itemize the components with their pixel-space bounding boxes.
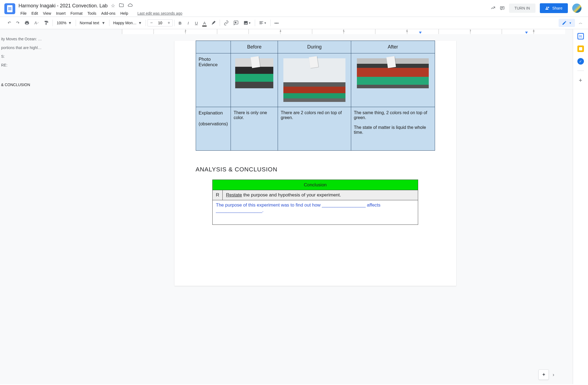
data-evidence-table[interactable]: Before During After Photo Evidence Expla… xyxy=(196,41,435,151)
font-size-input[interactable] xyxy=(155,20,165,26)
style-select[interactable]: Normal text ▼ xyxy=(78,20,108,26)
outline-item[interactable]: S: xyxy=(0,52,54,61)
redo-icon[interactable]: ↷ xyxy=(14,19,22,27)
text-color-icon[interactable]: A xyxy=(201,19,208,27)
row-photo-label: Photo Evidence xyxy=(196,53,231,107)
share-label: Share xyxy=(552,6,562,10)
paint-format-icon[interactable] xyxy=(42,19,51,27)
bold-icon[interactable]: B xyxy=(176,19,184,27)
horizontal-ruler[interactable]: 2 4 5 6 7 8 xyxy=(122,29,565,34)
menu-view[interactable]: View xyxy=(41,10,53,17)
activity-icon[interactable] xyxy=(491,5,495,11)
menu-edit[interactable]: Edit xyxy=(30,10,40,17)
col-during: During xyxy=(278,41,351,53)
photo-during[interactable] xyxy=(283,58,345,102)
menu-addons[interactable]: Add-ons xyxy=(99,10,117,17)
outline-item[interactable]: portions that are highl… xyxy=(0,43,54,52)
menu-help[interactable]: Help xyxy=(118,10,130,17)
side-panel: + xyxy=(573,29,588,384)
indent-right-marker[interactable] xyxy=(525,32,528,34)
outline-item[interactable]: & CONCLUSION xyxy=(0,80,54,89)
underline-icon[interactable]: U xyxy=(192,19,200,27)
section-heading[interactable]: ANALYSIS & CONCLUSION xyxy=(196,166,435,173)
explore-button[interactable]: ✦ xyxy=(538,369,549,380)
indent-left-marker[interactable] xyxy=(419,32,422,34)
link-icon[interactable] xyxy=(222,19,231,27)
col-before: Before xyxy=(231,41,278,53)
show-sidepanel-icon[interactable]: › xyxy=(553,372,554,378)
cloud-icon[interactable] xyxy=(128,3,133,9)
highlight-icon[interactable] xyxy=(209,19,218,27)
document-outline: ity Moves the Ocean: … portions that are… xyxy=(0,29,58,384)
calendar-icon[interactable] xyxy=(577,33,584,40)
align-icon[interactable]: ▼ xyxy=(257,19,269,27)
photo-after[interactable] xyxy=(357,58,429,88)
conclusion-r-cell: R xyxy=(213,190,223,200)
font-size-decrease[interactable]: − xyxy=(148,20,155,25)
add-addon-icon[interactable]: + xyxy=(579,77,582,84)
outline-item[interactable]: ity Moves the Ocean: … xyxy=(0,35,54,43)
col-after: After xyxy=(351,41,435,53)
document-page[interactable]: Before During After Photo Evidence Expla… xyxy=(174,41,456,286)
cell-expl-during[interactable]: There are 2 colors red on top of green. xyxy=(278,107,351,151)
document-canvas[interactable]: 2 4 5 6 7 8 Before During After Photo Ev… xyxy=(58,29,573,384)
tasks-icon[interactable] xyxy=(577,58,584,65)
comments-icon[interactable] xyxy=(500,5,505,11)
print-icon[interactable] xyxy=(22,19,32,27)
turn-in-button[interactable]: TURN IN xyxy=(509,4,535,13)
menu-file[interactable]: File xyxy=(19,10,29,17)
italic-icon[interactable]: I xyxy=(184,19,192,27)
outline-item[interactable]: RE: xyxy=(0,61,54,69)
undo-icon[interactable]: ↶ xyxy=(5,19,13,27)
keep-icon[interactable] xyxy=(577,46,584,52)
add-comment-icon[interactable] xyxy=(231,19,241,27)
spellcheck-icon[interactable]: A✓ xyxy=(32,19,41,27)
insert-image-icon[interactable]: ▼ xyxy=(241,19,253,27)
mode-select[interactable]: ▼ xyxy=(559,19,575,27)
conclusion-body-cell[interactable]: The purpose of this experiment was to fi… xyxy=(213,200,418,225)
zoom-select[interactable]: 100% ▼ xyxy=(54,20,74,26)
conclusion-header: Conclusion xyxy=(213,180,418,190)
row-explanation-label: Explanation (observations) xyxy=(196,107,231,151)
font-size-increase[interactable]: + xyxy=(165,20,172,25)
collapse-toolbar-icon[interactable]: ︿ xyxy=(579,20,583,25)
font-size-stepper[interactable]: − + xyxy=(148,19,173,26)
last-edit-link[interactable]: Last edit was seconds ago xyxy=(136,10,184,17)
user-avatar[interactable] xyxy=(572,4,581,13)
docs-logo[interactable] xyxy=(4,3,15,14)
cell-expl-before[interactable]: There is only one color. xyxy=(231,107,278,151)
menu-insert[interactable]: Insert xyxy=(54,10,68,17)
menu-tools[interactable]: Tools xyxy=(85,10,98,17)
more-icon[interactable]: ••• xyxy=(272,19,281,27)
app-header: Harmony Inagaki - 2021 Convection. Lab ☆… xyxy=(0,0,588,17)
conclusion-table[interactable]: Conclusion R Restate the purpose and hyp… xyxy=(212,180,418,225)
font-select[interactable]: Happy Mon… ▼ xyxy=(111,20,144,26)
cell-expl-after[interactable]: The same thing, 2 colors red on top of g… xyxy=(351,107,435,151)
conclusion-restate-cell[interactable]: Restate the purpose and hypothesis of yo… xyxy=(223,190,418,200)
menu-format[interactable]: Format xyxy=(69,10,84,17)
share-button[interactable]: Share xyxy=(540,3,568,13)
photo-before[interactable] xyxy=(235,58,273,88)
toolbar: ↶ ↷ A✓ 100% ▼ Normal text ▼ Happy Mon… ▼… xyxy=(0,17,588,29)
star-icon[interactable]: ☆ xyxy=(111,3,115,9)
menu-bar: File Edit View Insert Format Tools Add-o… xyxy=(19,10,491,17)
document-title[interactable]: Harmony Inagaki - 2021 Convection. Lab xyxy=(19,3,108,9)
move-icon[interactable] xyxy=(119,3,124,9)
